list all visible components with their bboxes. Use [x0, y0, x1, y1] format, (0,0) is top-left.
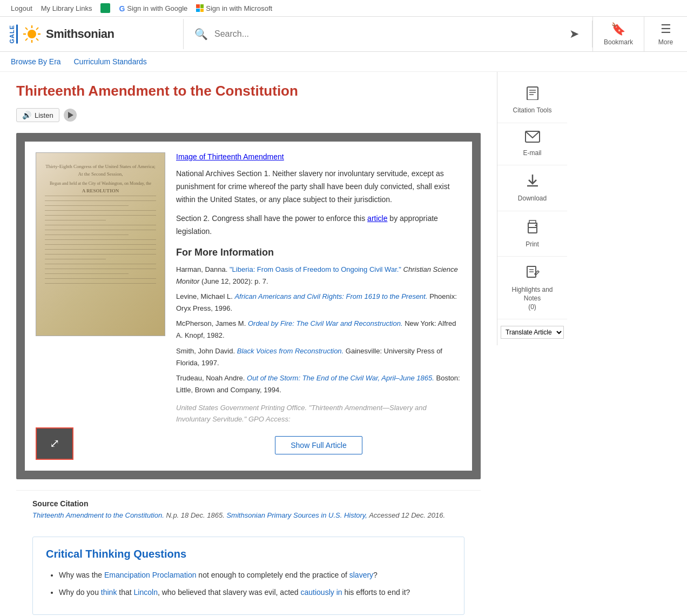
smithsonian-label: Smithsonian [46, 27, 114, 41]
logo-area: GALE Smithsonian [0, 19, 184, 49]
document-container: Thirty-Eighth Congress of the United Sta… [16, 133, 481, 479]
sign-in-microsoft-btn[interactable]: Sign in with Microsoft [196, 4, 272, 12]
list-item: Harman, Danna. "Liberia: From Oasis of F… [176, 264, 461, 287]
email-icon [525, 131, 540, 146]
document-inner: Thirty-Eighth Congress of the United Sta… [25, 142, 472, 471]
svg-rect-17 [529, 220, 536, 223]
search-icon[interactable]: 🔍 [192, 25, 210, 43]
ref-link[interactable]: Out of the Storm: The End of the Civil W… [247, 374, 434, 382]
curriculum-standards-link[interactable]: Curriculum Standards [73, 57, 146, 66]
list-item: Why do you think that Lincoln, who belie… [59, 586, 451, 598]
download-icon [525, 173, 540, 191]
ref-link[interactable]: African Americans and Civil Rights: From… [234, 292, 427, 300]
citation-tools-button[interactable]: Citation Tools [497, 77, 567, 123]
gale-label: GALE [9, 25, 18, 44]
browse-by-era-link[interactable]: Browse By Era [11, 57, 61, 66]
lincoln-link[interactable]: Lincoln [134, 588, 158, 597]
source-org: National Archives [176, 169, 234, 178]
critical-thinking-title: Critical Thinking Questions [46, 548, 451, 560]
slavery-link[interactable]: slavery [349, 571, 373, 579]
download-label: Download [518, 195, 547, 203]
highlights-notes-icon [525, 264, 540, 283]
list-item: Trudeau, Noah Andre. Out of the Storm: T… [176, 372, 461, 396]
bookmark-icon: 🔖 [611, 22, 625, 36]
source-citation-text: Thirteenth Amendment to the Constitution… [32, 511, 464, 519]
print-label: Print [526, 240, 539, 249]
translate-select[interactable]: Translate Article [501, 326, 564, 339]
think-link[interactable]: think [101, 588, 117, 597]
image-caption-link[interactable]: Image of Thirteenth Amendment [176, 152, 284, 161]
svg-point-18 [535, 224, 536, 226]
article-title: Thirteenth Amendment to the Constitution [16, 83, 481, 99]
email-button[interactable]: E-mail [497, 123, 567, 166]
bookmark-label: Bookmark [604, 38, 633, 46]
print-button[interactable]: Print [497, 211, 567, 257]
main-layout: Thirteenth Amendment to the Constitution… [0, 72, 687, 616]
svg-line-6 [36, 38, 38, 41]
highlights-notes-button[interactable]: Highlights and Notes (0) [497, 257, 567, 319]
sign-in-google-btn[interactable]: G Sign in with Google [119, 4, 187, 13]
citation-tools-label: Citation Tools [513, 106, 552, 115]
svg-line-7 [36, 28, 38, 30]
more-button[interactable]: ☰ More [644, 17, 687, 51]
expand-image-button[interactable]: ⤢ [36, 427, 73, 460]
citation-tools-icon [525, 85, 540, 103]
download-button[interactable]: Download [497, 165, 567, 211]
play-button[interactable] [64, 109, 77, 122]
show-full-article-wrap: Show Full Article [176, 436, 461, 454]
critical-thinking-list: Why was the Emancipation Proclamation no… [46, 569, 451, 599]
svg-rect-16 [528, 227, 537, 233]
list-item: McPherson, James M. Ordeal by Fire: The … [176, 318, 461, 342]
section1-label: Section 1. [237, 169, 272, 178]
print-icon [525, 219, 540, 237]
source-citation-label: Source Citation [32, 499, 464, 508]
ref-link[interactable]: "Liberia: From Oasis of Freedom to Ongoi… [230, 265, 401, 273]
nav-bar: Browse By Era Curriculum Standards [0, 52, 687, 72]
bookmark-button[interactable]: 🔖 Bookmark [592, 17, 644, 51]
email-label: E-mail [523, 149, 541, 158]
logout-link[interactable]: Logout [11, 4, 32, 12]
source-citation: Source Citation Thirteenth Amendment to … [16, 490, 481, 528]
more-info-title: For More Information [176, 247, 461, 258]
top-bar: Logout My Library Links G Sign in with G… [0, 0, 687, 17]
in-link[interactable]: in [336, 588, 342, 597]
source-title-link[interactable]: Thirteenth Amendment to the Constitution… [32, 511, 164, 519]
article-link[interactable]: article [367, 214, 387, 223]
document-text-area: Image of Thirteenth Amendment National A… [176, 152, 461, 460]
menu-icon: ☰ [661, 22, 671, 36]
header-actions: 🔖 Bookmark ☰ More [592, 17, 687, 51]
section2-text: Section 2. Congress shall have the power… [176, 212, 461, 238]
sidebar: Citation Tools E-mail Download [497, 72, 567, 345]
show-full-article-button[interactable]: Show Full Article [275, 436, 362, 454]
svg-line-8 [25, 38, 28, 41]
header: GALE Smithsonian 🔍 ➤ 🔖 Bookmark ☰ More [0, 17, 687, 52]
my-library-links[interactable]: My Library Links [41, 4, 92, 12]
critical-thinking-section: Critical Thinking Questions Why was the … [32, 537, 464, 615]
highlights-notes-label: Highlights and Notes (0) [503, 286, 562, 311]
search-area: 🔍 ➤ [184, 21, 592, 48]
footer-references: United States Government Printing Office… [176, 403, 461, 425]
translate-row: Translate Article [497, 319, 567, 345]
list-item: Smith, John David. Black Voices from Rec… [176, 345, 461, 369]
ref-link[interactable]: Black Voices from Reconstruction. [237, 347, 344, 355]
listen-icon: 🔊 [22, 111, 31, 119]
search-submit-arrow[interactable]: ➤ [565, 25, 583, 43]
listen-button[interactable]: 🔊 Listen [16, 108, 59, 122]
list-item: Why was the Emancipation Proclamation no… [59, 569, 451, 581]
document-image: Thirty-Eighth Congress of the United Sta… [36, 152, 165, 336]
ref-link[interactable]: Ordeal by Fire: The Civil War and Recons… [248, 319, 403, 327]
svg-rect-9 [527, 87, 538, 100]
svg-line-5 [25, 28, 28, 30]
play-icon [68, 112, 73, 118]
list-item: Levine, Michael L. African Americans and… [176, 291, 461, 314]
listen-label: Listen [35, 111, 53, 119]
source-publication-link[interactable]: Smithsonian Primary Sources in U.S. Hist… [226, 511, 367, 519]
listen-bar: 🔊 Listen [16, 108, 481, 122]
svg-point-0 [28, 30, 36, 38]
search-input[interactable] [210, 27, 565, 41]
document-image-area: Thirty-Eighth Congress of the United Sta… [36, 152, 165, 460]
cautiously-link[interactable]: cautiously [301, 588, 334, 597]
sun-icon [22, 24, 42, 44]
emancipation-link[interactable]: Emancipation Proclamation [104, 571, 196, 579]
more-label: More [658, 38, 673, 46]
